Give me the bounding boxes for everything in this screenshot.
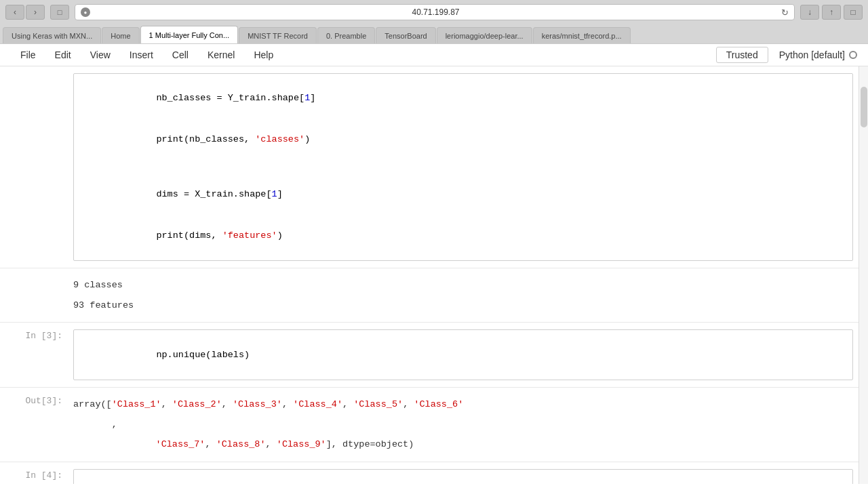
tab-5[interactable]: TensorBoard [376, 27, 435, 43]
output-3-line-1: array(['Class_1', 'Class_2', 'Class_3', … [73, 394, 853, 415]
jupyter-menubar: File Edit View Insert Cell Kernel Help T… [0, 44, 868, 66]
cell-top-output: 9 classes 93 features [0, 268, 859, 323]
scrollbar[interactable] [859, 66, 868, 484]
code-3-line: np.unique(labels) [79, 334, 847, 375]
nav-buttons: ‹ › [5, 5, 45, 20]
trusted-badge[interactable]: Trusted [716, 47, 768, 63]
kernel-label: Python [default] [779, 49, 845, 60]
cell-3-out-label: Out[3]: [0, 390, 68, 459]
reload-button[interactable]: ↻ [781, 7, 789, 18]
code-4-line: Y_train # one-hot encoding [79, 474, 847, 484]
code-line-4: dims = X_train.shape[1] [79, 174, 847, 216]
menu-cell[interactable]: Cell [163, 47, 198, 63]
output-line-features: 93 features [73, 296, 853, 316]
forward-button[interactable]: › [26, 5, 45, 20]
code-span: ) [277, 230, 283, 241]
code-line-2: print(nb_classes, 'classes') [79, 119, 847, 161]
tab-3[interactable]: MNIST TF Record [239, 27, 317, 43]
code-span: 'features' [222, 230, 277, 241]
code-span: nb_classes = Y_train.shape[ [156, 93, 304, 103]
tab-2[interactable]: 1 Multi-layer Fully Con... [140, 26, 239, 43]
tab-0[interactable]: Using Keras with MXN... [3, 27, 101, 43]
code-span: print(dims, [156, 230, 222, 241]
cell-3: In [3]: np.unique(labels) [0, 323, 859, 388]
cell-4: In [4]: Y_train # one-hot encoding [0, 462, 859, 484]
notebook-main: nb_classes = Y_train.shape[1] print(nb_c… [0, 66, 859, 484]
menu-file[interactable]: File [11, 47, 45, 63]
kernel-info: Python [default] [779, 49, 857, 60]
menu-help[interactable]: Help [244, 47, 283, 63]
favicon: ● [81, 7, 90, 17]
cell-4-input[interactable]: Y_train # one-hot encoding [73, 469, 853, 484]
window-controls[interactable]: □ [844, 5, 863, 20]
menu-edit[interactable]: Edit [45, 47, 81, 63]
menu-kernel[interactable]: Kernel [198, 47, 244, 63]
browser-chrome: ‹ › □ ● 40.71.199.87 ↻ ↓ ↑ □ Using Keras… [0, 0, 868, 44]
cell-top-input[interactable]: nb_classes = Y_train.shape[1] print(nb_c… [73, 73, 853, 261]
code-span: print(nb_classes, [156, 134, 255, 144]
cell-4-label: In [4]: [0, 465, 68, 484]
code-span: ] [277, 189, 283, 199]
code-span: 1 [272, 189, 277, 199]
browser-actions: ↓ ↑ □ [800, 5, 863, 20]
browser-tabs: Using Keras with MXN... Home 1 Multi-lay… [0, 24, 868, 43]
code-span: 'classes' [255, 134, 304, 144]
code-span: ] [310, 93, 315, 103]
url-text: 40.71.199.87 [94, 7, 777, 17]
cell-top-out-content: 9 classes 93 features [68, 271, 859, 319]
kernel-status-icon [849, 51, 857, 59]
cell-3-label: In [3]: [0, 325, 68, 384]
cell-top-code: nb_classes = Y_train.shape[1] print(nb_c… [0, 66, 859, 268]
code-line-1: nb_classes = Y_train.shape[1] [79, 78, 847, 119]
cell-3-content: np.unique(labels) [68, 325, 859, 384]
code-span: np.unique(labels) [156, 350, 250, 360]
share-button[interactable]: ↑ [822, 5, 841, 20]
cell-top-out-label [0, 271, 68, 319]
cell-top-label [0, 69, 68, 265]
output-3-line-3: 'Class_7', 'Class_8', 'Class_9'], dtype=… [73, 434, 853, 455]
menu-view[interactable]: View [81, 47, 120, 63]
menu-insert[interactable]: Insert [120, 47, 163, 63]
tab-4[interactable]: 0. Preamble [317, 27, 375, 43]
browser-titlebar: ‹ › □ ● 40.71.199.87 ↻ ↓ ↑ □ [0, 0, 868, 24]
tab-1[interactable]: Home [102, 27, 139, 43]
output-3-line-2: , [73, 415, 853, 435]
notebook-scroll[interactable]: nb_classes = Y_train.shape[1] print(nb_c… [0, 66, 859, 484]
cell-3-out-content: array(['Class_1', 'Class_2', 'Class_3', … [68, 390, 859, 459]
cell-3-input[interactable]: np.unique(labels) [73, 329, 853, 380]
download-button[interactable]: ↓ [800, 5, 819, 20]
code-line-3 [79, 161, 847, 174]
code-line-5: print(dims, 'features') [79, 216, 847, 257]
cell-3-output: Out[3]: array(['Class_1', 'Class_2', 'Cl… [0, 388, 859, 462]
fullscreen-button[interactable]: □ [50, 5, 69, 20]
scrollbar-thumb[interactable] [861, 87, 867, 127]
tab-6[interactable]: leriomaggio/deep-lear... [437, 27, 532, 43]
notebook: nb_classes = Y_train.shape[1] print(nb_c… [0, 66, 868, 484]
tab-7[interactable]: keras/mnist_tfrecord.p... [533, 27, 631, 43]
output-line-classes: 9 classes [73, 275, 853, 296]
url-bar[interactable]: ● 40.71.199.87 ↻ [75, 4, 795, 20]
back-button[interactable]: ‹ [5, 5, 24, 20]
cell-top-content: nb_classes = Y_train.shape[1] print(nb_c… [68, 69, 859, 265]
cell-4-content: Y_train # one-hot encoding [68, 465, 859, 484]
code-span: ) [304, 134, 310, 144]
code-span: dims = X_train.shape[ [156, 189, 271, 199]
